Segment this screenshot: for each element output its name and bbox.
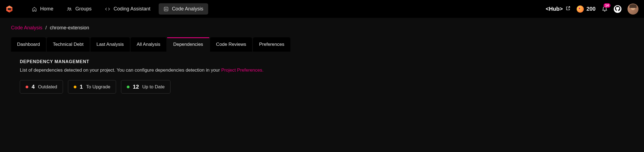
stat-outdated[interactable]: 4 Outdated: [20, 80, 63, 94]
stat-up-to-date[interactable]: 12 Up to Date: [121, 80, 170, 94]
tab-preferences[interactable]: Preferences: [253, 37, 290, 52]
stat-label: Up to Date: [142, 84, 164, 90]
tab-all-analysis[interactable]: All Analysis: [131, 37, 166, 52]
topbar: Home Groups Coding Assistant Code Analys…: [0, 0, 644, 18]
notification-badge: 14: [604, 3, 610, 8]
breadcrumb-root[interactable]: Code Analysis: [11, 25, 42, 30]
hub-label: <Hub>: [546, 6, 563, 12]
github-icon: [615, 6, 620, 12]
tab-code-reviews[interactable]: Code Reviews: [210, 37, 252, 52]
analysis-icon: [164, 7, 169, 12]
breadcrumb-separator: /: [45, 25, 47, 30]
code-icon: [105, 7, 110, 12]
panel-description-text: List of dependencies detected on your pr…: [20, 67, 221, 73]
tab-technical-debt[interactable]: Technical Debt: [47, 37, 90, 52]
panel-title: Dependency Management: [20, 59, 624, 64]
status-dot-red: [26, 86, 28, 88]
notifications-button[interactable]: 14: [602, 5, 608, 12]
groups-icon: [67, 7, 72, 12]
github-link[interactable]: [614, 5, 621, 13]
project-preferences-link[interactable]: Project Preferences.: [221, 67, 263, 73]
stat-count: 4: [32, 84, 35, 90]
stat-label: To Upgrade: [86, 84, 110, 90]
nav-groups[interactable]: Groups: [62, 3, 97, 15]
topbar-right: <Hub> 200 14: [546, 4, 639, 15]
nav-label: Coding Assistant: [114, 6, 150, 12]
app-logo[interactable]: [5, 5, 13, 13]
tab-dependencies[interactable]: Dependencies: [167, 37, 209, 52]
nav-coding-assistant[interactable]: Coding Assistant: [100, 3, 155, 15]
user-avatar[interactable]: [628, 4, 639, 15]
svg-point-4: [68, 7, 69, 9]
tab-last-analysis[interactable]: Last Analysis: [90, 37, 130, 52]
status-dot-orange: [74, 86, 76, 88]
nav-code-analysis[interactable]: Code Analysis: [159, 3, 208, 15]
coin-balance[interactable]: 200: [577, 5, 596, 13]
svg-marker-3: [8, 8, 11, 10]
coin-count: 200: [587, 6, 596, 12]
svg-point-5: [70, 8, 71, 9]
main-nav: Home Groups Coding Assistant Code Analys…: [27, 3, 208, 15]
stat-to-upgrade[interactable]: 1 To Upgrade: [68, 80, 116, 94]
external-link-icon: [566, 6, 571, 12]
nav-label: Groups: [75, 6, 92, 12]
breadcrumb-current: chrome-extension: [50, 25, 89, 30]
dependencies-panel: Dependency Management List of dependenci…: [11, 52, 633, 101]
breadcrumb: Code Analysis / chrome-extension: [11, 25, 633, 31]
home-icon: [32, 7, 37, 12]
hub-link[interactable]: <Hub>: [546, 6, 570, 12]
stat-label: Outdated: [38, 84, 57, 90]
coin-icon: [577, 5, 584, 13]
tab-dashboard[interactable]: Dashboard: [11, 37, 46, 52]
stat-count: 1: [80, 84, 83, 90]
status-dot-green: [127, 86, 130, 88]
nav-home[interactable]: Home: [27, 3, 58, 15]
nav-label: Home: [40, 6, 53, 12]
project-tabs: Dashboard Technical Debt Last Analysis A…: [11, 37, 633, 52]
panel-description: List of dependencies detected on your pr…: [20, 67, 624, 73]
stat-count: 12: [133, 84, 139, 90]
dependency-stats: 4 Outdated 1 To Upgrade 12 Up to Date: [20, 80, 624, 94]
page-content: Code Analysis / chrome-extension Dashboa…: [0, 18, 644, 108]
nav-label: Code Analysis: [172, 6, 203, 12]
